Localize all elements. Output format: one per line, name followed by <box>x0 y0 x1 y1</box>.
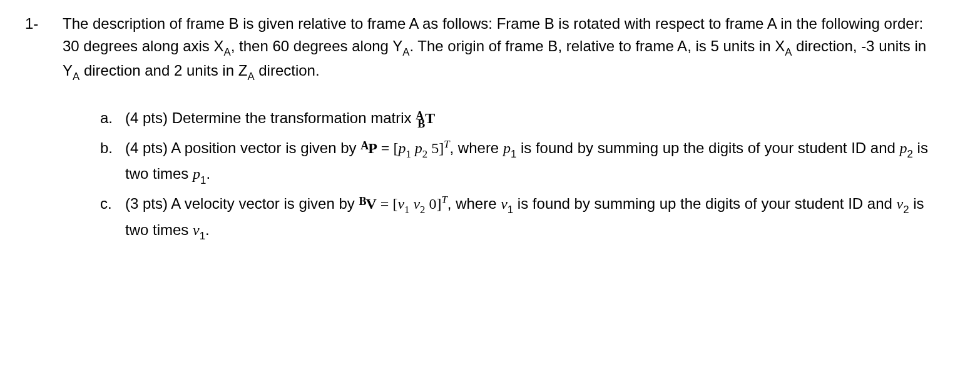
subscript: 2 <box>907 148 913 160</box>
text: 0] <box>425 196 441 212</box>
position-vector: AP = [p1 p2 5]T <box>360 140 449 156</box>
text: 5] <box>427 140 444 156</box>
var: p <box>900 140 907 156</box>
velocity-vector: BV = [v1 v2 0]T <box>359 196 447 212</box>
subscript: A <box>73 71 79 82</box>
text: is found by summing up the digits of you… <box>513 195 896 212</box>
var: p <box>503 140 511 156</box>
subscript: 1 <box>404 204 409 216</box>
subscript: 2 <box>422 148 427 160</box>
text: (3 pts) A velocity vector is given by <box>125 195 359 212</box>
subscript: A <box>224 46 231 58</box>
subparts: a. (4 pts) Determine the transformation … <box>63 106 936 244</box>
question-1: 1- The description of frame B is given r… <box>19 12 961 248</box>
subscript: 1 <box>511 148 516 160</box>
subscript: 2 <box>903 204 909 216</box>
matrix-T: T <box>425 110 435 126</box>
transform-matrix: ABT <box>416 110 435 126</box>
subpart-body: (4 pts) A position vector is given by AP… <box>125 136 936 188</box>
text: . <box>206 165 210 182</box>
subpart-a: a. (4 pts) Determine the transformation … <box>100 106 936 132</box>
presuperscript: A <box>360 139 369 152</box>
subpart-label: a. <box>100 106 125 132</box>
vector-V: V <box>366 196 377 212</box>
subscript: 1 <box>508 204 513 216</box>
eq: = [ <box>377 196 398 212</box>
transpose: T <box>441 194 447 206</box>
subpart-c: c. (3 pts) A velocity vector is given by… <box>100 192 936 244</box>
presuperscript: B <box>359 195 367 208</box>
eq: = [ <box>377 140 399 156</box>
presubscript: B <box>417 118 425 130</box>
subscript: 2 <box>420 204 425 216</box>
text: (4 pts) A position vector is given by <box>125 139 360 156</box>
text: direction. <box>255 62 320 79</box>
text: . <box>205 221 210 238</box>
subpart-label: c. <box>100 192 125 244</box>
var: v <box>897 196 904 212</box>
subpart-label: b. <box>100 136 125 188</box>
text: , then 60 degrees along Y <box>231 38 402 54</box>
subpart-b: b. (4 pts) A position vector is given by… <box>100 136 936 188</box>
subpart-body: (4 pts) Determine the transformation mat… <box>125 106 936 132</box>
subscript: A <box>247 71 254 82</box>
var: v <box>413 196 420 212</box>
var: p <box>193 166 200 182</box>
var: v <box>193 222 200 238</box>
text: , where <box>450 139 503 156</box>
var: v <box>501 196 508 212</box>
subscript: A <box>785 46 792 58</box>
var: p <box>415 140 422 156</box>
var: p <box>398 140 406 156</box>
question-body: The description of frame B is given rela… <box>63 12 961 248</box>
vector-P: P <box>368 140 377 156</box>
var: v <box>397 196 404 212</box>
text: is found by summing up the digits of you… <box>516 139 899 156</box>
subscript: 1 <box>406 148 411 160</box>
subscript: A <box>402 46 409 58</box>
text: direction and 2 units in Z <box>79 62 247 79</box>
transpose: T <box>444 138 449 150</box>
text: . The origin of frame B, relative to fra… <box>409 38 785 54</box>
question-text: The description of frame B is given rela… <box>63 12 936 84</box>
text: (4 pts) Determine the transformation mat… <box>125 109 416 126</box>
subscript: 1 <box>200 230 205 242</box>
subpart-body: (3 pts) A velocity vector is given by BV… <box>125 192 936 244</box>
text: , where <box>447 195 501 212</box>
subscript: 1 <box>200 174 206 186</box>
question-number: 1- <box>19 12 63 248</box>
